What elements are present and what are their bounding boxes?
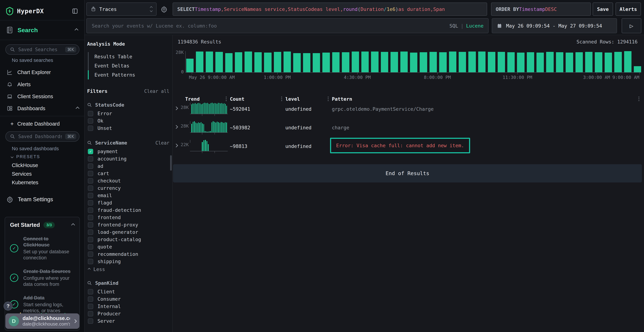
preset-services[interactable]: Services bbox=[12, 171, 32, 177]
checkbox[interactable] bbox=[88, 230, 93, 235]
filter-option-accounting[interactable]: accounting bbox=[87, 155, 170, 162]
checkbox[interactable] bbox=[88, 118, 93, 124]
checkbox[interactable] bbox=[88, 311, 93, 316]
filter-option-Internal[interactable]: Internal bbox=[87, 303, 170, 310]
mode-results-table[interactable]: Results Table bbox=[89, 52, 170, 61]
pattern-row[interactable]: 22K ~98813 undefined Error: Visa cache f… bbox=[173, 138, 644, 156]
help-button[interactable]: ? bbox=[4, 302, 12, 310]
checkbox[interactable] bbox=[88, 222, 93, 228]
filter-option-checkout[interactable]: checkout bbox=[87, 177, 170, 184]
checkbox[interactable] bbox=[88, 244, 93, 250]
get-started-item[interactable]: ✓ Add Data Start sending logs, metrics, … bbox=[10, 295, 74, 314]
checkbox[interactable] bbox=[88, 215, 93, 220]
presets-toggle[interactable]: PRESETS bbox=[11, 154, 40, 159]
sidebar-item-client-sessions[interactable]: Client Sessions bbox=[0, 91, 84, 102]
filter-option-shipping[interactable]: shipping bbox=[87, 258, 170, 265]
saved-searches-input[interactable]: ⌘K bbox=[5, 44, 80, 55]
pattern-row[interactable]: 28K ~503982 undefined charge bbox=[173, 119, 644, 138]
team-settings-button[interactable]: Team Settings bbox=[6, 196, 53, 203]
preset-clickhouse[interactable]: ClickHouse bbox=[12, 162, 38, 168]
checkbox[interactable] bbox=[88, 193, 93, 198]
save-button[interactable]: Save bbox=[593, 2, 613, 16]
sql-select-editor[interactable]: SELECT Timestamp, ServiceName as service… bbox=[173, 2, 487, 16]
filter-option-flagd[interactable]: flagd bbox=[87, 199, 170, 206]
filter-option-load-generator[interactable]: load-generator bbox=[87, 228, 170, 236]
filter-option-ad[interactable]: ad bbox=[87, 162, 170, 170]
filter-option-Server[interactable]: Server bbox=[87, 317, 170, 325]
checkbox[interactable] bbox=[88, 178, 93, 184]
search-icon[interactable] bbox=[87, 281, 92, 286]
filter-option-fraud-detection[interactable]: fraud-detection bbox=[87, 206, 170, 214]
order-by-editor[interactable]: ORDER BY Timestamp DESC bbox=[491, 2, 591, 16]
saved-searches-field[interactable] bbox=[18, 47, 62, 52]
expand-row-icon[interactable] bbox=[174, 144, 178, 148]
event-search-bar[interactable]: SQL|Lucene bbox=[86, 18, 488, 33]
filter-option-email[interactable]: email bbox=[87, 192, 170, 199]
checkbox[interactable] bbox=[88, 171, 93, 176]
pattern-row[interactable]: 28K ~592041 undefined grpc.oteldemo.Paym… bbox=[173, 100, 644, 119]
search-icon[interactable] bbox=[87, 102, 92, 107]
sidebar-item-chart-explorer[interactable]: Chart Explorer bbox=[0, 67, 84, 78]
get-started-item[interactable]: ✓ Create Data Sources Configure where yo… bbox=[10, 268, 74, 287]
clear-group-link[interactable]: Clear bbox=[156, 140, 170, 146]
checkbox[interactable] bbox=[88, 200, 93, 206]
pattern-cell[interactable]: charge bbox=[332, 125, 349, 130]
sidebar-item-dashboards[interactable]: Dashboards bbox=[0, 103, 84, 114]
checkbox[interactable] bbox=[88, 296, 93, 302]
language-lucene[interactable]: Lucene bbox=[466, 23, 484, 28]
language-toggle[interactable]: SQL|Lucene bbox=[449, 23, 484, 28]
filter-option-Ok[interactable]: Ok bbox=[87, 117, 170, 124]
show-less-link[interactable]: Less bbox=[87, 266, 170, 272]
checkbox[interactable] bbox=[88, 156, 93, 162]
preset-kubernetes[interactable]: Kubernetes bbox=[12, 180, 38, 186]
event-search-input[interactable] bbox=[92, 23, 446, 29]
user-card[interactable]: D dale@clickhouse.com dale@clickhouse.co… bbox=[5, 314, 80, 329]
filter-option-product-catalog[interactable]: product-catalog bbox=[87, 236, 170, 243]
highlighted-pattern-box[interactable]: Error: Visa cache full: cannot add new i… bbox=[330, 138, 470, 153]
filter-option-frontend[interactable]: frontend bbox=[87, 214, 170, 221]
sidebar-section-search[interactable]: Search bbox=[0, 20, 84, 40]
checkbox[interactable] bbox=[88, 126, 93, 131]
filter-option-Consumer[interactable]: Consumer bbox=[87, 295, 170, 303]
checkbox[interactable] bbox=[88, 164, 93, 169]
checkbox[interactable] bbox=[88, 252, 93, 257]
source-settings-gear-icon[interactable] bbox=[160, 5, 168, 14]
checkbox[interactable] bbox=[88, 289, 93, 294]
checkbox[interactable] bbox=[88, 318, 93, 324]
filter-option-Error[interactable]: Error bbox=[87, 110, 170, 117]
filter-option-Producer[interactable]: Producer bbox=[87, 310, 170, 317]
language-sql[interactable]: SQL bbox=[449, 23, 458, 28]
search-icon[interactable] bbox=[87, 140, 92, 145]
chevron-up-icon[interactable] bbox=[74, 28, 78, 32]
checkbox[interactable] bbox=[88, 237, 93, 242]
expand-row-icon[interactable] bbox=[174, 125, 178, 129]
filter-option-payment[interactable]: ✓payment bbox=[87, 148, 170, 155]
pattern-cell[interactable]: grpc.oteldemo.PaymentService/Charge bbox=[332, 106, 434, 112]
mode-event-patterns[interactable]: Event Patterns bbox=[89, 70, 170, 80]
date-range-picker[interactable]: May 26 09:09:54 - May 27 09:09:54 bbox=[492, 18, 617, 33]
filter-option-recommendation[interactable]: recommendation bbox=[87, 250, 170, 258]
alerts-button[interactable]: Alerts bbox=[616, 2, 641, 16]
filter-option-quote[interactable]: quote bbox=[87, 243, 170, 250]
chevron-up-icon[interactable] bbox=[76, 106, 80, 110]
checkbox[interactable] bbox=[88, 259, 93, 264]
source-select[interactable]: Traces bbox=[86, 2, 156, 16]
sidebar-item-alerts[interactable]: Alerts bbox=[0, 79, 84, 90]
collapse-sidebar-icon[interactable] bbox=[71, 7, 79, 15]
filter-option-currency[interactable]: currency bbox=[87, 184, 170, 192]
filter-option-Unset[interactable]: Unset bbox=[87, 124, 170, 132]
mode-event-deltas[interactable]: Event Deltas bbox=[89, 61, 170, 70]
checkbox[interactable] bbox=[88, 186, 93, 191]
checkbox-checked[interactable]: ✓ bbox=[88, 149, 93, 154]
chevron-up-icon[interactable] bbox=[71, 223, 75, 227]
panel-scrollbar-thumb[interactable] bbox=[170, 155, 172, 171]
get-started-header[interactable]: Get Started 3/3 bbox=[10, 222, 74, 228]
clear-all-link[interactable]: Clear all bbox=[144, 88, 170, 94]
saved-dashboards-field[interactable] bbox=[18, 134, 62, 139]
checkbox[interactable] bbox=[88, 208, 93, 213]
expand-row-icon[interactable] bbox=[174, 106, 178, 110]
run-query-button[interactable]: ▷ bbox=[622, 18, 641, 33]
checkbox[interactable] bbox=[88, 304, 93, 309]
filter-option-frontend-proxy[interactable]: frontend-proxy bbox=[87, 221, 170, 228]
results-histogram[interactable]: 28K 0 May 26 9:00:00 AM1:00:00 PM4:30:00… bbox=[186, 51, 641, 72]
